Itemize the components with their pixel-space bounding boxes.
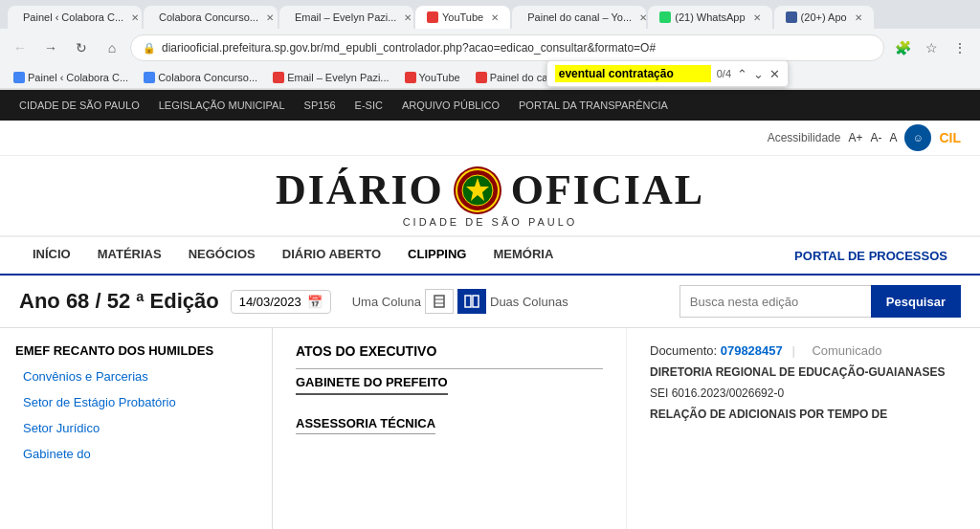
bookmark-3[interactable]: Email – Evelyn Pazi... <box>267 69 394 86</box>
tab-close-5[interactable]: ✕ <box>639 12 646 23</box>
site-content: CIDADE DE SÃO PAULO LEGISLAÇÃO MUNICIPAL… <box>0 90 980 529</box>
browser-tab-6[interactable]: (21) WhatsApp ✕ <box>648 6 771 29</box>
tab-label-7: (20+) Apo <box>801 11 847 23</box>
browser-tabs: Painel ‹ Colabora C... ✕ Colabora Concur… <box>0 0 980 29</box>
sidebar-item-1[interactable]: Convênios e Parcerias <box>0 364 272 389</box>
edition-search-button[interactable]: Pesquisar <box>871 285 961 318</box>
tab-label-6: (21) WhatsApp <box>675 11 745 23</box>
bookmark-4[interactable]: YouTube <box>399 69 466 86</box>
sidebar-item-3[interactable]: Setor Jurídico <box>0 415 272 441</box>
tab-label-4: YouTube <box>442 11 483 23</box>
doc-line2: SEI 6016.2023/0026692-0 <box>650 385 957 402</box>
topnav-item-3[interactable]: E-SIC <box>355 99 383 111</box>
bookmark-favicon-4 <box>405 72 416 83</box>
tab-label-1: Painel ‹ Colabora C... <box>23 11 123 23</box>
sub-subsection-title: ASSESSORIA TÉCNICA <box>296 416 435 434</box>
subsection-title: GABINETE DO PREFEITO <box>296 375 448 395</box>
bookmark-favicon-1 <box>13 72 25 83</box>
sidebar-item-0[interactable]: EMEF RECANTO DOS HUMILDES <box>0 338 272 364</box>
edition-search-box: Pesquisar <box>679 285 961 318</box>
tab-close-3[interactable]: ✕ <box>404 12 412 23</box>
doc-line1: DIRETORIA REGIONAL DE EDUCAÇÃO-GUAIANASE… <box>650 364 957 381</box>
lock-icon: 🔒 <box>143 42 156 55</box>
double-column-btn[interactable] <box>457 289 486 314</box>
accessibility-icon: ☺ <box>904 124 931 151</box>
tab-close-7[interactable]: ✕ <box>855 12 862 23</box>
bookmark-favicon-2 <box>144 72 155 83</box>
font-reset-btn[interactable]: A <box>889 131 897 144</box>
browser-tab-4[interactable]: YouTube ✕ <box>415 6 510 29</box>
browser-tab-5[interactable]: Painel do canal – Yo... ✕ <box>512 6 646 29</box>
tab-close-2[interactable]: ✕ <box>266 12 274 23</box>
find-close-button[interactable]: ✕ <box>769 67 780 81</box>
topnav-item-4[interactable]: ARQUIVO PÚBLICO <box>402 99 500 111</box>
edition-date-box[interactable]: 14/03/2023 📅 <box>231 290 331 314</box>
forward-button[interactable]: → <box>38 35 63 60</box>
browser-tab-2[interactable]: Colabora Concurso... ✕ <box>144 6 278 29</box>
font-increase-btn[interactable]: A+ <box>848 131 862 144</box>
content-left: ATOS DO EXECUTIVO GABINETE DO PREFEITO A… <box>273 328 627 529</box>
topnav-item-5[interactable]: PORTAL DA TRANSPARÊNCIA <box>519 99 668 111</box>
browser-toolbar: ← → ↻ ⌂ 🔒 diariooficial.prefeitura.sp.go… <box>0 29 980 67</box>
address-bar[interactable]: 🔒 diariooficial.prefeitura.sp.gov.br/md_… <box>130 34 884 61</box>
extensions-button[interactable]: 🧩 <box>890 35 915 60</box>
doc-label: Documento: <box>650 343 721 358</box>
doc-number[interactable]: 079828457 <box>721 343 783 358</box>
topnav-item-1[interactable]: LEGISLAÇÃO MUNICIPAL <box>159 99 285 111</box>
sidebar-item-4[interactable]: Gabinete do <box>0 441 272 467</box>
mainnav-inicio[interactable]: INÍCIO <box>19 237 84 274</box>
topnav-item-2[interactable]: SP156 <box>304 99 336 111</box>
view-toggle: Uma Coluna Duas Colunas <box>352 289 568 314</box>
bookmark-2[interactable]: Colabora Concurso... <box>138 69 263 86</box>
logo-title: DIÁRIO OFICIAL <box>276 165 704 214</box>
svg-rect-3 <box>434 296 444 307</box>
mainnav-clipping[interactable]: CLIPPING <box>394 237 479 274</box>
tab-close-4[interactable]: ✕ <box>491 12 499 23</box>
browser-tab-7[interactable]: (20+) Apo ✕ <box>774 6 874 29</box>
find-next-button[interactable]: ⌄ <box>753 67 764 81</box>
single-column-btn[interactable] <box>425 289 454 314</box>
reload-button[interactable]: ↻ <box>69 35 94 60</box>
url-text: diariooficial.prefeitura.sp.gov.br/md_ep… <box>162 41 872 55</box>
find-prev-button[interactable]: ⌃ <box>737 67 747 81</box>
doc-line3: RELAÇÃO DE ADICIONAIS POR TEMPO DE <box>650 406 957 423</box>
top-nav: CIDADE DE SÃO PAULO LEGISLAÇÃO MUNICIPAL… <box>0 90 980 121</box>
font-decrease-btn[interactable]: A- <box>870 131 881 144</box>
find-in-page-input[interactable] <box>555 65 711 82</box>
browser-chrome: Painel ‹ Colabora C... ✕ Colabora Concur… <box>0 0 980 90</box>
mainnav-memoria[interactable]: MEMÓRIA <box>479 237 567 274</box>
logo-emblem <box>454 166 501 214</box>
browser-tab-1[interactable]: Painel ‹ Colabora C... ✕ <box>8 6 142 29</box>
tab-label-2: Colabora Concurso... <box>159 11 258 23</box>
edition-bar: Ano 68 / 52 ª Edição 14/03/2023 📅 Uma Co… <box>0 276 980 328</box>
tab-close-6[interactable]: ✕ <box>753 12 761 23</box>
edition-search-input[interactable] <box>679 285 871 318</box>
bookmark-label-4: YouTube <box>419 72 460 83</box>
bookmark-button[interactable]: ☆ <box>919 35 944 60</box>
mainnav-materias[interactable]: MATÉRIAS <box>84 237 175 274</box>
topnav-item-0[interactable]: CIDADE DE SÃO PAULO <box>19 99 140 111</box>
cil-logo: CIL <box>939 130 961 145</box>
mainnav-negocios[interactable]: NEGÓCIOS <box>175 237 269 274</box>
edition-title: Ano 68 / 52 ª Edição <box>19 289 219 314</box>
main-nav: INÍCIO MATÉRIAS NEGÓCIOS DIÁRIO ABERTO C… <box>0 237 980 276</box>
content-area: EMEF RECANTO DOS HUMILDES Convênios e Pa… <box>0 328 980 529</box>
mainnav-portal[interactable]: PORTAL DE PROCESSOS <box>781 239 961 273</box>
logo-diario-text: DIÁRIO <box>276 165 444 214</box>
back-button[interactable]: ← <box>8 35 33 60</box>
separator-1 <box>296 368 603 369</box>
mainnav-diario-aberto[interactable]: DIÁRIO ABERTO <box>269 237 394 274</box>
tab-favicon-4 <box>427 11 438 23</box>
more-button[interactable]: ⋮ <box>947 35 972 60</box>
calendar-icon[interactable]: 📅 <box>307 295 323 309</box>
tab-label-5: Painel do canal – Yo... <box>527 11 632 23</box>
browser-tab-3[interactable]: Email – Evelyn Pazi... ✕ <box>279 6 413 29</box>
tab-close-1[interactable]: ✕ <box>131 12 139 23</box>
sidebar: EMEF RECANTO DOS HUMILDES Convênios e Pa… <box>0 328 273 529</box>
bookmark-label-2: Colabora Concurso... <box>158 72 257 83</box>
logo-oficial-text: OFICIAL <box>511 165 704 214</box>
home-button[interactable]: ⌂ <box>100 35 124 60</box>
sidebar-item-2[interactable]: Setor de Estágio Probatório <box>0 389 272 415</box>
tab-label-3: Email – Evelyn Pazi... <box>295 11 396 23</box>
bookmark-1[interactable]: Painel ‹ Colabora C... <box>8 69 134 86</box>
